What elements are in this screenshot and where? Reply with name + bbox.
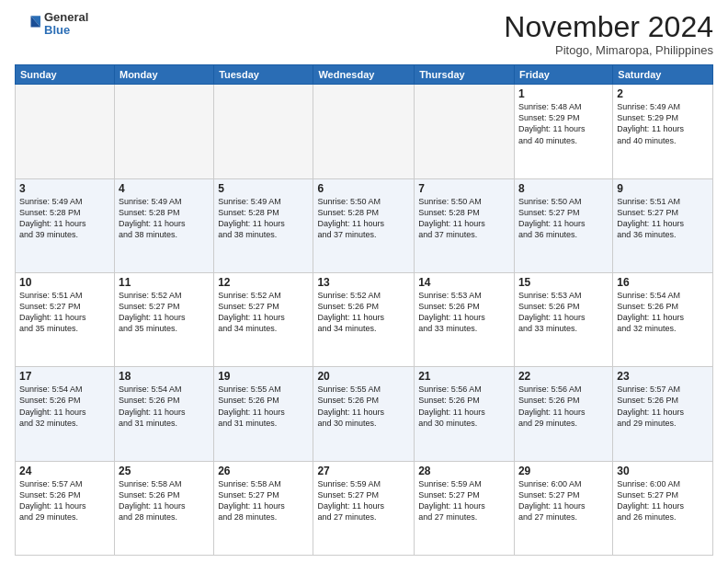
location: Pitogo, Mimaropa, Philippines <box>504 43 713 57</box>
day-number: 11 <box>119 276 210 289</box>
calendar-cell: 30Sunrise: 6:00 AMSunset: 5:27 PMDayligh… <box>613 461 713 555</box>
calendar-cell: 1Sunrise: 5:48 AMSunset: 5:29 PMDaylight… <box>514 85 612 178</box>
logo-blue-text: Blue <box>44 24 88 37</box>
day-number: 4 <box>119 182 210 195</box>
day-info: Sunrise: 5:49 AMSunset: 5:28 PMDaylight:… <box>119 196 210 241</box>
weekday-header-friday: Friday <box>514 65 612 85</box>
calendar-cell: 29Sunrise: 6:00 AMSunset: 5:27 PMDayligh… <box>514 461 612 555</box>
calendar-cell: 25Sunrise: 5:58 AMSunset: 5:26 PMDayligh… <box>114 461 213 555</box>
day-info: Sunrise: 5:50 AMSunset: 5:28 PMDaylight:… <box>317 196 410 241</box>
calendar-cell <box>114 85 213 178</box>
calendar-cell: 27Sunrise: 5:59 AMSunset: 5:27 PMDayligh… <box>313 461 415 555</box>
day-info: Sunrise: 5:58 AMSunset: 5:27 PMDaylight:… <box>218 478 309 523</box>
calendar-cell: 20Sunrise: 5:55 AMSunset: 5:26 PMDayligh… <box>313 367 415 461</box>
day-number: 17 <box>19 370 110 383</box>
calendar-cell: 23Sunrise: 5:57 AMSunset: 5:26 PMDayligh… <box>613 367 713 461</box>
calendar-cell: 8Sunrise: 5:50 AMSunset: 5:27 PMDaylight… <box>514 178 612 272</box>
calendar-cell: 9Sunrise: 5:51 AMSunset: 5:27 PMDaylight… <box>613 178 713 272</box>
day-info: Sunrise: 5:52 AMSunset: 5:27 PMDaylight:… <box>119 290 210 335</box>
day-number: 19 <box>218 370 309 383</box>
day-info: Sunrise: 5:59 AMSunset: 5:27 PMDaylight:… <box>317 478 410 523</box>
day-info: Sunrise: 5:54 AMSunset: 5:26 PMDaylight:… <box>19 384 110 429</box>
day-info: Sunrise: 5:52 AMSunset: 5:26 PMDaylight:… <box>317 290 410 335</box>
day-info: Sunrise: 5:53 AMSunset: 5:26 PMDaylight:… <box>518 290 609 335</box>
calendar-table: SundayMondayTuesdayWednesdayThursdayFrid… <box>15 64 713 556</box>
calendar-cell: 12Sunrise: 5:52 AMSunset: 5:27 PMDayligh… <box>214 272 313 366</box>
weekday-header-monday: Monday <box>114 65 213 85</box>
logo-text: General Blue <box>44 11 88 38</box>
calendar-cell: 15Sunrise: 5:53 AMSunset: 5:26 PMDayligh… <box>514 272 612 366</box>
day-number: 1 <box>518 87 609 100</box>
day-info: Sunrise: 5:49 AMSunset: 5:28 PMDaylight:… <box>218 196 309 241</box>
calendar-cell: 17Sunrise: 5:54 AMSunset: 5:26 PMDayligh… <box>16 367 115 461</box>
calendar-cell: 14Sunrise: 5:53 AMSunset: 5:26 PMDayligh… <box>415 272 515 366</box>
day-info: Sunrise: 5:49 AMSunset: 5:28 PMDaylight:… <box>19 196 110 241</box>
day-number: 6 <box>317 182 410 195</box>
day-number: 9 <box>617 182 709 195</box>
calendar-cell: 4Sunrise: 5:49 AMSunset: 5:28 PMDaylight… <box>114 178 213 272</box>
calendar-cell: 21Sunrise: 5:56 AMSunset: 5:26 PMDayligh… <box>415 367 515 461</box>
day-number: 15 <box>518 276 609 289</box>
weekday-header-sunday: Sunday <box>16 65 115 85</box>
day-number: 23 <box>617 370 709 383</box>
calendar-cell: 13Sunrise: 5:52 AMSunset: 5:26 PMDayligh… <box>313 272 415 366</box>
calendar-cell <box>415 85 515 178</box>
day-info: Sunrise: 5:53 AMSunset: 5:26 PMDaylight:… <box>418 290 510 335</box>
calendar-cell: 28Sunrise: 5:59 AMSunset: 5:27 PMDayligh… <box>415 461 515 555</box>
week-row-2: 3Sunrise: 5:49 AMSunset: 5:28 PMDaylight… <box>16 178 713 272</box>
day-info: Sunrise: 6:00 AMSunset: 5:27 PMDaylight:… <box>518 478 609 523</box>
logo-general-text: General <box>44 11 88 24</box>
week-row-3: 10Sunrise: 5:51 AMSunset: 5:27 PMDayligh… <box>16 272 713 366</box>
day-info: Sunrise: 5:52 AMSunset: 5:27 PMDaylight:… <box>218 290 309 335</box>
calendar-cell: 19Sunrise: 5:55 AMSunset: 5:26 PMDayligh… <box>214 367 313 461</box>
day-number: 18 <box>119 370 210 383</box>
day-number: 2 <box>617 87 709 100</box>
calendar-cell: 3Sunrise: 5:49 AMSunset: 5:28 PMDaylight… <box>16 178 115 272</box>
day-number: 22 <box>518 370 609 383</box>
day-number: 29 <box>518 465 609 477</box>
day-number: 13 <box>317 276 410 289</box>
calendar-cell <box>16 85 115 178</box>
weekday-header-wednesday: Wednesday <box>313 65 415 85</box>
day-number: 14 <box>418 276 510 289</box>
day-info: Sunrise: 5:54 AMSunset: 5:26 PMDaylight:… <box>119 384 210 429</box>
day-number: 21 <box>418 370 510 383</box>
day-info: Sunrise: 5:56 AMSunset: 5:26 PMDaylight:… <box>418 384 510 429</box>
day-info: Sunrise: 5:55 AMSunset: 5:26 PMDaylight:… <box>218 384 309 429</box>
day-info: Sunrise: 5:57 AMSunset: 5:26 PMDaylight:… <box>19 478 110 523</box>
day-info: Sunrise: 5:54 AMSunset: 5:26 PMDaylight:… <box>617 290 709 335</box>
day-info: Sunrise: 5:57 AMSunset: 5:26 PMDaylight:… <box>617 384 709 429</box>
weekday-header-row: SundayMondayTuesdayWednesdayThursdayFrid… <box>16 65 713 85</box>
day-number: 7 <box>418 182 510 195</box>
month-title: November 2024 <box>504 11 713 43</box>
day-number: 28 <box>418 465 510 477</box>
weekday-header-saturday: Saturday <box>613 65 713 85</box>
weekday-header-tuesday: Tuesday <box>214 65 313 85</box>
week-row-5: 24Sunrise: 5:57 AMSunset: 5:26 PMDayligh… <box>16 461 713 555</box>
calendar-cell: 22Sunrise: 5:56 AMSunset: 5:26 PMDayligh… <box>514 367 612 461</box>
day-number: 24 <box>19 465 110 477</box>
calendar-cell: 5Sunrise: 5:49 AMSunset: 5:28 PMDaylight… <box>214 178 313 272</box>
logo-icon <box>15 11 40 37</box>
day-info: Sunrise: 5:51 AMSunset: 5:27 PMDaylight:… <box>19 290 110 335</box>
day-number: 12 <box>218 276 309 289</box>
day-info: Sunrise: 5:50 AMSunset: 5:27 PMDaylight:… <box>518 196 609 241</box>
day-number: 25 <box>119 465 210 477</box>
day-number: 30 <box>617 465 709 477</box>
day-number: 3 <box>19 182 110 195</box>
day-number: 27 <box>317 465 410 477</box>
weekday-header-thursday: Thursday <box>415 65 515 85</box>
day-info: Sunrise: 5:48 AMSunset: 5:29 PMDaylight:… <box>518 101 609 146</box>
day-info: Sunrise: 5:56 AMSunset: 5:26 PMDaylight:… <box>518 384 609 429</box>
day-info: Sunrise: 6:00 AMSunset: 5:27 PMDaylight:… <box>617 478 709 523</box>
calendar-cell: 26Sunrise: 5:58 AMSunset: 5:27 PMDayligh… <box>214 461 313 555</box>
calendar-cell <box>313 85 415 178</box>
calendar-cell: 10Sunrise: 5:51 AMSunset: 5:27 PMDayligh… <box>16 272 115 366</box>
page: General Blue November 2024 Pitogo, Mimar… <box>0 0 728 563</box>
calendar-cell: 16Sunrise: 5:54 AMSunset: 5:26 PMDayligh… <box>613 272 713 366</box>
calendar-cell: 11Sunrise: 5:52 AMSunset: 5:27 PMDayligh… <box>114 272 213 366</box>
week-row-1: 1Sunrise: 5:48 AMSunset: 5:29 PMDaylight… <box>16 85 713 178</box>
calendar-cell: 6Sunrise: 5:50 AMSunset: 5:28 PMDaylight… <box>313 178 415 272</box>
day-number: 26 <box>218 465 309 477</box>
calendar-cell: 18Sunrise: 5:54 AMSunset: 5:26 PMDayligh… <box>114 367 213 461</box>
